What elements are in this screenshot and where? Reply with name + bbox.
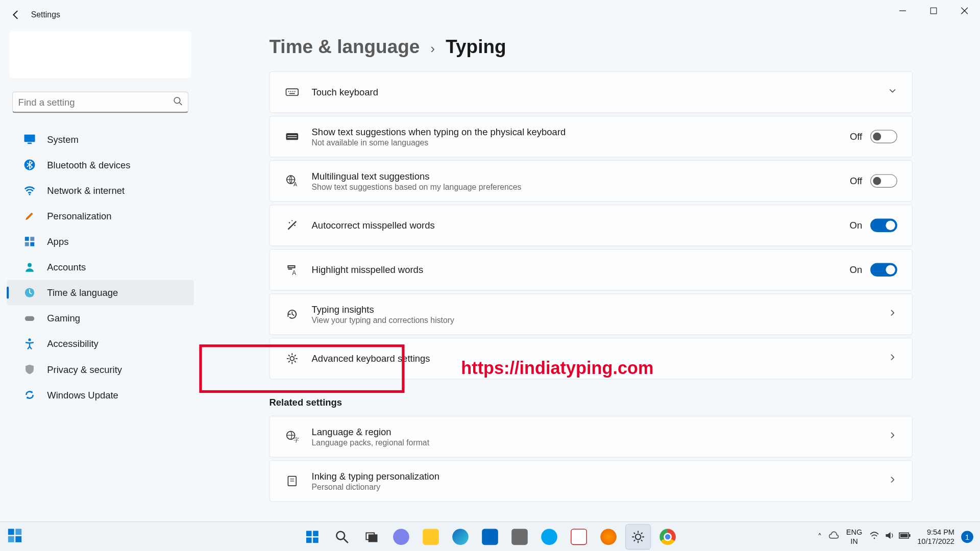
keyboard-icon xyxy=(285,85,300,99)
chevron-right-icon xyxy=(888,353,897,365)
language-indicator[interactable]: ENGIN xyxy=(846,529,862,545)
sidebar-item-accounts[interactable]: Accounts xyxy=(7,254,194,280)
chat-button[interactable] xyxy=(388,524,414,549)
svg-point-17 xyxy=(28,338,31,341)
toggle-text-suggestions[interactable] xyxy=(870,130,897,143)
store-button[interactable] xyxy=(477,524,503,549)
svg-rect-39 xyxy=(8,529,14,535)
battery-tray-icon[interactable] xyxy=(898,532,911,542)
toggle-label: Off xyxy=(850,176,862,186)
sidebar-item-network[interactable]: Network & internet xyxy=(7,178,194,203)
svg-point-22 xyxy=(295,91,296,92)
update-icon xyxy=(23,388,36,402)
toggle-multilingual[interactable] xyxy=(870,174,897,188)
sidebar-item-system[interactable]: System xyxy=(7,127,194,152)
sidebar-item-time-language[interactable]: Time & language xyxy=(7,280,194,306)
task-view-button[interactable] xyxy=(359,524,384,549)
gamepad-icon xyxy=(23,312,36,325)
toggle-label: Off xyxy=(850,131,862,142)
mcafee-button[interactable] xyxy=(566,524,592,549)
svg-point-30 xyxy=(294,224,296,226)
sidebar-item-windows-update[interactable]: Windows Update xyxy=(7,382,194,408)
svg-rect-55 xyxy=(900,534,908,537)
svg-rect-50 xyxy=(369,535,377,541)
sidebar-item-personalization[interactable]: Personalization xyxy=(7,203,194,229)
edge-button[interactable] xyxy=(448,524,473,549)
minimize-button[interactable] xyxy=(887,0,918,21)
svg-point-31 xyxy=(291,220,292,221)
search-input[interactable] xyxy=(18,96,173,107)
wifi-tray-icon[interactable] xyxy=(869,530,879,543)
sidebar-item-label: Time & language xyxy=(47,287,118,298)
card-autocorrect[interactable]: Autocorrect misspelled words On xyxy=(269,205,913,246)
sidebar-item-label: System xyxy=(47,134,79,144)
card-inking[interactable]: Inking & typing personalizationPersonal … xyxy=(269,460,913,502)
sidebar-item-apps[interactable]: Apps xyxy=(7,229,194,254)
svg-rect-18 xyxy=(286,89,298,95)
card-title: Touch keyboard xyxy=(312,87,888,97)
sidebar-item-label: Privacy & security xyxy=(47,364,122,374)
svg-point-51 xyxy=(635,534,641,539)
svg-rect-25 xyxy=(287,135,297,136)
card-highlight[interactable]: A Highlight misspelled words On xyxy=(269,249,913,291)
svg-rect-10 xyxy=(25,237,29,241)
app-icon-2[interactable] xyxy=(536,524,562,549)
back-button[interactable] xyxy=(4,3,28,27)
maximize-button[interactable] xyxy=(918,0,949,21)
close-button[interactable] xyxy=(949,0,980,21)
svg-rect-40 xyxy=(15,529,21,535)
svg-rect-23 xyxy=(289,93,295,94)
search-icon xyxy=(173,96,182,108)
firefox-button[interactable] xyxy=(596,524,621,549)
history-icon xyxy=(285,307,300,321)
sidebar-item-privacy[interactable]: Privacy & security xyxy=(7,357,194,382)
search-box[interactable] xyxy=(12,91,188,113)
sidebar-item-gaming[interactable]: Gaming xyxy=(7,306,194,331)
settings-app-button[interactable] xyxy=(625,524,651,549)
card-multilingual[interactable]: A Multilingual text suggestionsShow text… xyxy=(269,160,913,202)
card-subtitle: Not available in some languages xyxy=(312,138,850,147)
svg-text:字: 字 xyxy=(293,437,299,443)
sidebar-item-label: Bluetooth & devices xyxy=(47,160,130,170)
file-explorer-button[interactable] xyxy=(418,524,444,549)
taskbar: ˄ ENGIN 9:54 PM10/17/2022 1 xyxy=(0,521,980,551)
sidebar-item-label: Gaming xyxy=(47,313,80,323)
card-touch-keyboard[interactable]: Touch keyboard xyxy=(269,71,913,113)
card-typing-insights[interactable]: Typing insightsView your typing and corr… xyxy=(269,293,913,335)
chevron-right-icon xyxy=(888,431,897,443)
card-subtitle: View your typing and corrections history xyxy=(312,315,888,324)
widgets-button[interactable] xyxy=(7,527,23,546)
toggle-autocorrect[interactable] xyxy=(870,219,897,232)
card-title: Multilingual text suggestions xyxy=(312,170,850,181)
toggle-label: On xyxy=(850,264,863,275)
chevron-right-icon: › xyxy=(430,41,435,56)
sidebar-item-label: Apps xyxy=(47,236,68,247)
card-text-suggestions[interactable]: Show text suggestions when typing on the… xyxy=(269,116,913,158)
svg-rect-46 xyxy=(313,537,318,543)
volume-tray-icon[interactable] xyxy=(884,530,894,543)
svg-point-52 xyxy=(874,538,875,539)
svg-rect-11 xyxy=(30,237,34,241)
toggle-highlight[interactable] xyxy=(870,263,897,277)
clock[interactable]: 9:54 PM10/17/2022 xyxy=(917,529,954,545)
sidebar-item-bluetooth[interactable]: Bluetooth & devices xyxy=(7,152,194,178)
chevron-right-icon xyxy=(888,308,897,320)
chrome-button[interactable] xyxy=(655,524,680,549)
cloud-icon[interactable] xyxy=(828,530,839,543)
start-button[interactable] xyxy=(300,524,325,549)
svg-rect-26 xyxy=(287,137,297,138)
search-button[interactable] xyxy=(329,524,355,549)
breadcrumb-parent[interactable]: Time & language xyxy=(269,36,420,58)
user-card[interactable] xyxy=(9,31,191,78)
svg-rect-42 xyxy=(15,536,21,542)
sidebar-item-accessibility[interactable]: Accessibility xyxy=(7,331,194,357)
tray-chevron-icon[interactable]: ˄ xyxy=(818,532,822,541)
app-icon-1[interactable] xyxy=(507,524,532,549)
toggle-label: On xyxy=(850,220,863,231)
card-language-region[interactable]: 字 Language & regionLanguage packs, regio… xyxy=(269,416,913,458)
svg-point-14 xyxy=(28,263,32,267)
svg-rect-54 xyxy=(909,534,911,537)
svg-text:A: A xyxy=(293,181,297,187)
shield-icon xyxy=(23,363,36,376)
notification-badge[interactable]: 1 xyxy=(961,531,973,543)
